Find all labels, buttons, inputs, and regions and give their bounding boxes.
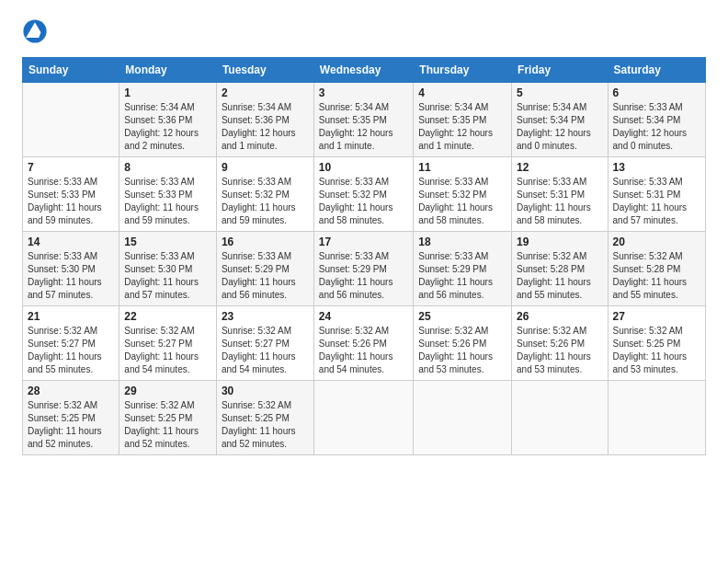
day-info: Sunrise: 5:34 AM Sunset: 5:36 PM Dayligh… bbox=[124, 101, 211, 153]
day-info: Sunrise: 5:32 AM Sunset: 5:27 PM Dayligh… bbox=[124, 325, 211, 376]
day-number: 11 bbox=[418, 161, 506, 174]
day-cell: 4Sunrise: 5:34 AM Sunset: 5:35 PM Daylig… bbox=[414, 83, 512, 157]
day-number: 13 bbox=[613, 161, 700, 174]
day-info: Sunrise: 5:32 AM Sunset: 5:28 PM Dayligh… bbox=[613, 250, 700, 302]
logo bbox=[22, 18, 50, 44]
day-cell bbox=[23, 83, 119, 157]
day-cell: 11Sunrise: 5:33 AM Sunset: 5:32 PM Dayli… bbox=[414, 157, 512, 232]
day-cell bbox=[512, 381, 608, 455]
day-number: 15 bbox=[124, 236, 211, 248]
day-cell: 22Sunrise: 5:32 AM Sunset: 5:27 PM Dayli… bbox=[119, 306, 217, 381]
day-cell: 7Sunrise: 5:33 AM Sunset: 5:33 PM Daylig… bbox=[23, 157, 119, 232]
day-cell: 14Sunrise: 5:33 AM Sunset: 5:30 PM Dayli… bbox=[23, 232, 119, 306]
day-cell: 15Sunrise: 5:33 AM Sunset: 5:30 PM Dayli… bbox=[119, 232, 217, 306]
day-cell: 10Sunrise: 5:33 AM Sunset: 5:32 PM Dayli… bbox=[313, 157, 413, 232]
day-number: 29 bbox=[124, 385, 211, 397]
day-number: 14 bbox=[28, 236, 114, 248]
day-number: 7 bbox=[28, 161, 114, 174]
weekday-tuesday: Tuesday bbox=[216, 58, 313, 83]
day-number: 30 bbox=[222, 385, 309, 397]
day-info: Sunrise: 5:32 AM Sunset: 5:27 PM Dayligh… bbox=[222, 325, 309, 376]
day-number: 9 bbox=[222, 161, 309, 174]
day-number: 28 bbox=[28, 385, 114, 397]
calendar-table: SundayMondayTuesdayWednesdayThursdayFrid… bbox=[22, 57, 706, 455]
day-number: 16 bbox=[222, 236, 309, 248]
day-cell: 27Sunrise: 5:32 AM Sunset: 5:25 PM Dayli… bbox=[608, 306, 705, 381]
day-info: Sunrise: 5:34 AM Sunset: 5:34 PM Dayligh… bbox=[517, 101, 602, 153]
week-row-1: 1Sunrise: 5:34 AM Sunset: 5:36 PM Daylig… bbox=[23, 83, 706, 157]
day-info: Sunrise: 5:33 AM Sunset: 5:32 PM Dayligh… bbox=[222, 176, 309, 227]
day-info: Sunrise: 5:33 AM Sunset: 5:32 PM Dayligh… bbox=[319, 176, 408, 227]
day-info: Sunrise: 5:32 AM Sunset: 5:26 PM Dayligh… bbox=[319, 325, 408, 376]
day-number: 8 bbox=[124, 161, 211, 174]
day-cell: 2Sunrise: 5:34 AM Sunset: 5:36 PM Daylig… bbox=[216, 83, 313, 157]
day-info: Sunrise: 5:32 AM Sunset: 5:25 PM Dayligh… bbox=[222, 399, 309, 451]
day-cell: 16Sunrise: 5:33 AM Sunset: 5:29 PM Dayli… bbox=[216, 232, 313, 306]
day-info: Sunrise: 5:32 AM Sunset: 5:26 PM Dayligh… bbox=[418, 325, 506, 376]
weekday-saturday: Saturday bbox=[608, 58, 705, 83]
day-cell: 17Sunrise: 5:33 AM Sunset: 5:29 PM Dayli… bbox=[313, 232, 413, 306]
day-cell: 28Sunrise: 5:32 AM Sunset: 5:25 PM Dayli… bbox=[23, 381, 119, 455]
day-cell: 23Sunrise: 5:32 AM Sunset: 5:27 PM Dayli… bbox=[216, 306, 313, 381]
day-cell bbox=[608, 381, 705, 455]
day-info: Sunrise: 5:33 AM Sunset: 5:34 PM Dayligh… bbox=[613, 101, 700, 153]
day-number: 6 bbox=[613, 86, 700, 99]
week-row-4: 21Sunrise: 5:32 AM Sunset: 5:27 PM Dayli… bbox=[23, 306, 706, 381]
day-cell: 21Sunrise: 5:32 AM Sunset: 5:27 PM Dayli… bbox=[23, 306, 119, 381]
day-info: Sunrise: 5:33 AM Sunset: 5:30 PM Dayligh… bbox=[124, 250, 211, 302]
weekday-sunday: Sunday bbox=[23, 58, 119, 83]
weekday-wednesday: Wednesday bbox=[313, 58, 413, 83]
day-number: 19 bbox=[517, 236, 602, 248]
day-cell: 29Sunrise: 5:32 AM Sunset: 5:25 PM Dayli… bbox=[119, 381, 217, 455]
day-info: Sunrise: 5:32 AM Sunset: 5:26 PM Dayligh… bbox=[517, 325, 602, 376]
day-cell bbox=[414, 381, 512, 455]
day-cell: 3Sunrise: 5:34 AM Sunset: 5:35 PM Daylig… bbox=[313, 83, 413, 157]
week-row-2: 7Sunrise: 5:33 AM Sunset: 5:33 PM Daylig… bbox=[23, 157, 706, 232]
day-cell: 18Sunrise: 5:33 AM Sunset: 5:29 PM Dayli… bbox=[414, 232, 512, 306]
weekday-monday: Monday bbox=[119, 58, 217, 83]
day-info: Sunrise: 5:32 AM Sunset: 5:27 PM Dayligh… bbox=[28, 325, 114, 376]
week-row-5: 28Sunrise: 5:32 AM Sunset: 5:25 PM Dayli… bbox=[23, 381, 706, 455]
day-cell bbox=[313, 381, 413, 455]
day-cell: 30Sunrise: 5:32 AM Sunset: 5:25 PM Dayli… bbox=[216, 381, 313, 455]
day-info: Sunrise: 5:33 AM Sunset: 5:29 PM Dayligh… bbox=[222, 250, 309, 302]
day-info: Sunrise: 5:33 AM Sunset: 5:30 PM Dayligh… bbox=[28, 250, 114, 302]
day-number: 26 bbox=[517, 310, 602, 323]
day-cell: 26Sunrise: 5:32 AM Sunset: 5:26 PM Dayli… bbox=[512, 306, 608, 381]
page-header bbox=[22, 18, 706, 44]
day-number: 27 bbox=[613, 310, 700, 323]
day-info: Sunrise: 5:33 AM Sunset: 5:33 PM Dayligh… bbox=[28, 176, 114, 227]
day-info: Sunrise: 5:34 AM Sunset: 5:35 PM Dayligh… bbox=[319, 101, 408, 153]
logo-icon bbox=[22, 18, 48, 44]
day-cell: 19Sunrise: 5:32 AM Sunset: 5:28 PM Dayli… bbox=[512, 232, 608, 306]
day-info: Sunrise: 5:32 AM Sunset: 5:25 PM Dayligh… bbox=[124, 399, 211, 451]
day-info: Sunrise: 5:33 AM Sunset: 5:29 PM Dayligh… bbox=[319, 250, 408, 302]
day-cell: 8Sunrise: 5:33 AM Sunset: 5:33 PM Daylig… bbox=[119, 157, 217, 232]
weekday-friday: Friday bbox=[512, 58, 608, 83]
day-cell: 24Sunrise: 5:32 AM Sunset: 5:26 PM Dayli… bbox=[313, 306, 413, 381]
day-number: 3 bbox=[319, 86, 408, 99]
week-row-3: 14Sunrise: 5:33 AM Sunset: 5:30 PM Dayli… bbox=[23, 232, 706, 306]
day-info: Sunrise: 5:33 AM Sunset: 5:29 PM Dayligh… bbox=[418, 250, 506, 302]
day-number: 24 bbox=[319, 310, 408, 323]
day-cell: 25Sunrise: 5:32 AM Sunset: 5:26 PM Dayli… bbox=[414, 306, 512, 381]
day-cell: 9Sunrise: 5:33 AM Sunset: 5:32 PM Daylig… bbox=[216, 157, 313, 232]
day-number: 2 bbox=[222, 86, 309, 99]
day-cell: 6Sunrise: 5:33 AM Sunset: 5:34 PM Daylig… bbox=[608, 83, 705, 157]
day-info: Sunrise: 5:32 AM Sunset: 5:25 PM Dayligh… bbox=[28, 399, 114, 451]
day-number: 10 bbox=[319, 161, 408, 174]
day-cell: 20Sunrise: 5:32 AM Sunset: 5:28 PM Dayli… bbox=[608, 232, 705, 306]
day-info: Sunrise: 5:32 AM Sunset: 5:28 PM Dayligh… bbox=[517, 250, 602, 302]
day-number: 5 bbox=[517, 86, 602, 99]
day-number: 21 bbox=[28, 310, 114, 323]
day-number: 22 bbox=[124, 310, 211, 323]
day-cell: 1Sunrise: 5:34 AM Sunset: 5:36 PM Daylig… bbox=[119, 83, 217, 157]
weekday-header-row: SundayMondayTuesdayWednesdayThursdayFrid… bbox=[23, 58, 706, 83]
weekday-thursday: Thursday bbox=[414, 58, 512, 83]
day-cell: 5Sunrise: 5:34 AM Sunset: 5:34 PM Daylig… bbox=[512, 83, 608, 157]
day-cell: 13Sunrise: 5:33 AM Sunset: 5:31 PM Dayli… bbox=[608, 157, 705, 232]
day-info: Sunrise: 5:33 AM Sunset: 5:32 PM Dayligh… bbox=[418, 176, 506, 227]
day-number: 17 bbox=[319, 236, 408, 248]
day-info: Sunrise: 5:33 AM Sunset: 5:31 PM Dayligh… bbox=[613, 176, 700, 227]
day-info: Sunrise: 5:33 AM Sunset: 5:33 PM Dayligh… bbox=[124, 176, 211, 227]
